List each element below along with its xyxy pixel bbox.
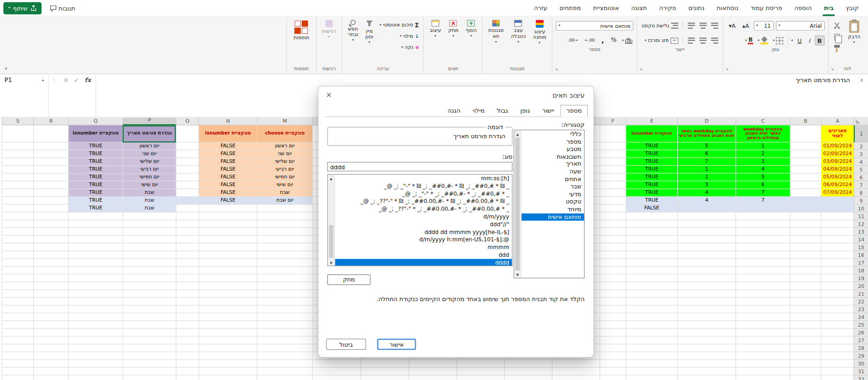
- row-header-14[interactable]: 14: [854, 236, 868, 244]
- underline-options-caret[interactable]: ▾: [791, 39, 793, 42]
- cell-M6[interactable]: יום חמישי: [257, 173, 313, 181]
- cell-N26[interactable]: [199, 329, 257, 337]
- cell-E3[interactable]: TRUE: [626, 150, 677, 158]
- row-header-17[interactable]: 17: [854, 259, 868, 267]
- cell-D2[interactable]: 5: [677, 142, 736, 150]
- cell-D23[interactable]: [677, 306, 736, 313]
- formula-bar-drag-handle[interactable]: ⋮: [49, 74, 59, 83]
- font-color-button[interactable]: B▾: [744, 36, 754, 45]
- cell-M16[interactable]: [257, 251, 313, 259]
- cell-P19[interactable]: [123, 275, 176, 282]
- cell-H32[interactable]: [504, 375, 552, 380]
- cell-D16[interactable]: [677, 251, 736, 259]
- ribbon-tab-4[interactable]: נוסחאות: [711, 0, 745, 16]
- cell-E32[interactable]: [626, 375, 677, 380]
- cell-F8[interactable]: [600, 189, 626, 197]
- cell-R9[interactable]: [33, 197, 68, 204]
- scroll-up-icon[interactable]: ▲: [330, 175, 333, 182]
- category-item-3[interactable]: חשבונאות: [521, 153, 584, 161]
- cell-B7[interactable]: [790, 181, 821, 189]
- cell-S12[interactable]: [2, 220, 33, 228]
- cell-M28[interactable]: [257, 344, 313, 352]
- cell-E12[interactable]: [626, 220, 677, 228]
- cell-D19[interactable]: [677, 275, 736, 282]
- cell-D7[interactable]: 3: [677, 181, 736, 189]
- number-format-select[interactable]: מותאם אישית▾: [556, 21, 633, 31]
- cell-Q14[interactable]: [68, 236, 122, 244]
- cell-R16[interactable]: [33, 251, 68, 259]
- cell-O25[interactable]: [176, 321, 199, 329]
- cell-Q9[interactable]: TRUE: [68, 197, 122, 204]
- cell-J31[interactable]: [409, 368, 457, 375]
- cell-N31[interactable]: [199, 368, 257, 375]
- cell-D28[interactable]: [677, 344, 736, 352]
- cell-N11[interactable]: [199, 212, 257, 220]
- cell-A13[interactable]: [821, 228, 854, 236]
- cell-O15[interactable]: [176, 244, 199, 251]
- cell-O13[interactable]: [176, 228, 199, 236]
- cell-H31[interactable]: [504, 368, 552, 375]
- cell-M14[interactable]: [257, 236, 313, 244]
- font-size-select[interactable]: 11▾: [753, 21, 774, 31]
- cell-B14[interactable]: [790, 236, 821, 244]
- row-header-3[interactable]: 3: [854, 150, 868, 158]
- cell-A6[interactable]: 05/09/2024: [821, 173, 854, 181]
- cell-D3[interactable]: 6: [677, 150, 736, 158]
- cell-C14[interactable]: [736, 236, 790, 244]
- cell-Q25[interactable]: [68, 321, 122, 329]
- category-item-7[interactable]: שבר: [521, 183, 584, 191]
- cell-P13[interactable]: [123, 228, 176, 236]
- cell-Q7[interactable]: TRUE: [68, 181, 122, 189]
- number-dialog-launcher[interactable]: ↘: [554, 67, 558, 72]
- cell-A22[interactable]: [821, 298, 854, 306]
- cell-F17[interactable]: [600, 259, 626, 267]
- cell-R15[interactable]: [33, 244, 68, 251]
- cell-N10[interactable]: [199, 204, 257, 212]
- row-header-27[interactable]: 27: [854, 337, 868, 344]
- cell-R18[interactable]: [33, 267, 68, 275]
- cell-M7[interactable]: יום שישי: [257, 181, 313, 189]
- column-header-O[interactable]: O: [176, 118, 199, 125]
- cell-A29[interactable]: [821, 352, 854, 360]
- cell-D8[interactable]: 4: [677, 189, 736, 197]
- cell-S1[interactable]: [2, 125, 33, 143]
- cell-O22[interactable]: [176, 298, 199, 306]
- category-item-4[interactable]: תאריך: [521, 161, 584, 168]
- insert-cells-button[interactable]: הוסף ▾: [463, 18, 479, 38]
- cell-O31[interactable]: [176, 368, 199, 375]
- delete-format-button[interactable]: מחק: [327, 274, 371, 285]
- cell-Q4[interactable]: TRUE: [68, 158, 122, 166]
- cell-A19[interactable]: [821, 275, 854, 282]
- cell-D4[interactable]: 7: [677, 158, 736, 166]
- cell-E1[interactable]: פונקציית isnumber: [626, 125, 677, 143]
- cell-C27[interactable]: [736, 337, 790, 344]
- cell-C22[interactable]: [736, 298, 790, 306]
- cell-F27[interactable]: [600, 337, 626, 344]
- cell-D15[interactable]: [677, 244, 736, 251]
- close-icon[interactable]: ×: [324, 89, 334, 99]
- cell-M11[interactable]: [257, 212, 313, 220]
- cell-K31[interactable]: [361, 368, 409, 375]
- cell-B32[interactable]: [790, 375, 821, 380]
- cell-C24[interactable]: [736, 313, 790, 321]
- format-as-table-button[interactable]: עצבכטבלה ▾: [509, 18, 528, 43]
- cell-B22[interactable]: [790, 298, 821, 306]
- cell-B23[interactable]: [790, 306, 821, 313]
- category-item-2[interactable]: מטבע: [521, 146, 584, 153]
- cell-N9[interactable]: FALSE: [199, 197, 257, 204]
- cell-D14[interactable]: [677, 236, 736, 244]
- column-header-D[interactable]: D: [677, 118, 736, 125]
- cell-N12[interactable]: [199, 220, 257, 228]
- cell-N15[interactable]: [199, 244, 257, 251]
- cell-F13[interactable]: [600, 228, 626, 236]
- cell-S14[interactable]: [2, 236, 33, 244]
- cell-Q28[interactable]: [68, 344, 122, 352]
- row-header-5[interactable]: 5: [854, 166, 868, 173]
- cell-D18[interactable]: [677, 267, 736, 275]
- format-code-item-1[interactable]: _ ₪ * #,##0_ ;_ ₪ * -#,##0_ ;_ ₪ * "-"_ …: [335, 182, 512, 190]
- cell-A1[interactable]: תאריכים לעוזי: [821, 125, 854, 143]
- cell-F20[interactable]: [600, 282, 626, 290]
- cell-M32[interactable]: [257, 375, 313, 380]
- dialog-tab-2[interactable]: גופן: [514, 105, 536, 117]
- cell-S17[interactable]: [2, 259, 33, 267]
